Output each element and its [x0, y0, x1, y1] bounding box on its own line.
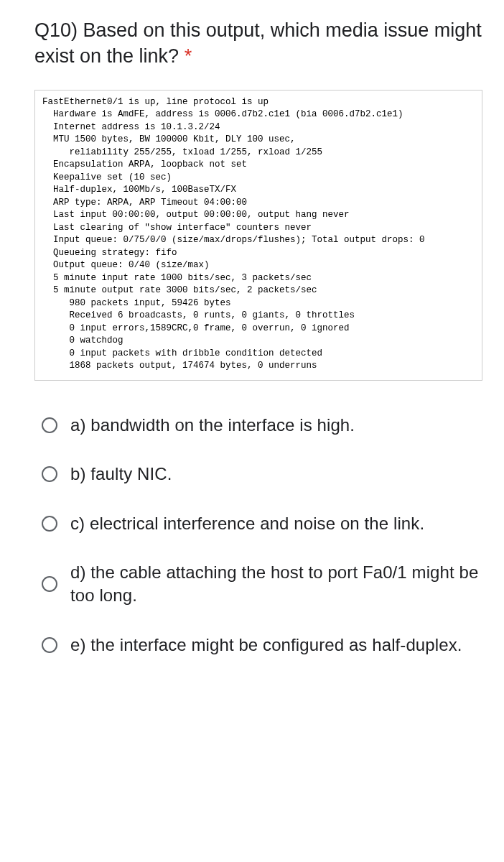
question-text: Q10) Based on this output, which media i… — [34, 19, 482, 67]
option-b[interactable]: b) faulty NIC. — [34, 450, 482, 499]
options-group: a) bandwidth on the interface is high. b… — [34, 401, 482, 669]
option-b-label: b) faulty NIC. — [70, 463, 172, 486]
option-e[interactable]: e) the interface might be configured as … — [34, 621, 482, 669]
question-page: Q10) Based on this output, which media i… — [0, 0, 504, 677]
option-c-label: c) electrical interference and noise on … — [70, 512, 424, 535]
radio-icon — [42, 637, 57, 653]
radio-icon — [42, 576, 57, 592]
radio-icon — [42, 417, 57, 433]
option-a[interactable]: a) bandwidth on the interface is high. — [34, 401, 482, 450]
option-a-label: a) bandwidth on the interface is high. — [70, 414, 355, 437]
option-c[interactable]: c) electrical interference and noise on … — [34, 499, 482, 548]
radio-icon — [42, 466, 57, 482]
option-e-label: e) the interface might be configured as … — [70, 634, 462, 657]
required-asterisk: * — [185, 45, 192, 67]
option-d-label: d) the cable attaching the host to port … — [70, 561, 482, 608]
cli-output-block: FastEthernet0/1 is up, line protocol is … — [34, 90, 482, 381]
option-d[interactable]: d) the cable attaching the host to port … — [34, 548, 482, 621]
radio-icon — [42, 516, 57, 532]
question-title: Q10) Based on this output, which media i… — [34, 17, 482, 70]
